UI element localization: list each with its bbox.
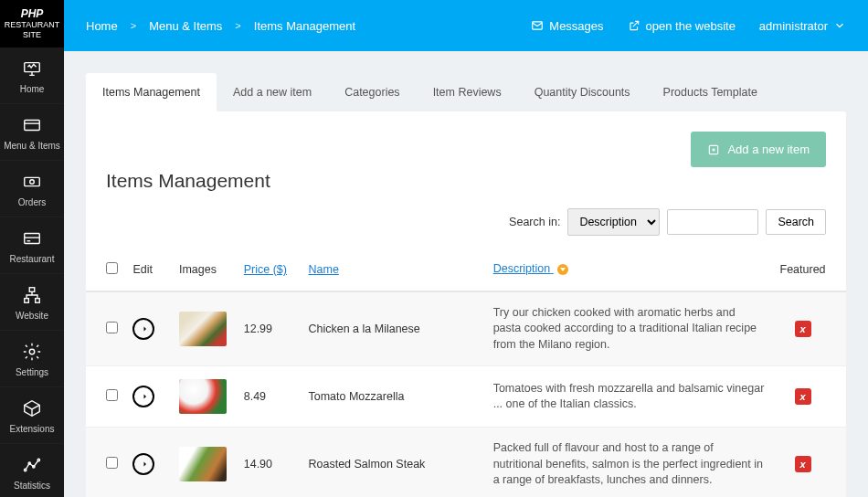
featured-no-icon[interactable]: x [795,321,811,337]
main: Home > Menu & Items > Items Management M… [64,0,868,497]
breadcrumb-items[interactable]: Items Management [254,19,355,33]
search-label: Search in: [509,216,560,228]
nav-orders[interactable]: Orders [0,161,64,217]
card-icon [22,115,42,135]
nav-website[interactable]: Website [0,274,64,331]
sort-down-icon [557,264,568,275]
tab-discounts[interactable]: Quantity Discounts [518,73,647,111]
cell-description: Try our chicken cooked with aromatic her… [486,291,772,366]
search-bar: Search in: Description Search [86,208,846,248]
chevron-right-icon: > [235,20,240,31]
open-site-link[interactable]: open the website [628,19,736,33]
nav-label: Settings [16,367,48,377]
cell-description: Packed full of flavour and host to a ran… [486,428,772,498]
cell-name: Chicken a la Milanese [301,291,485,366]
cube-icon [22,398,42,418]
open-site-label: open the website [646,19,736,33]
gear-icon [22,342,42,362]
row-checkbox[interactable] [106,457,118,469]
nav-label: Menu & Items [4,141,60,151]
sitemap-icon [22,285,42,305]
item-thumbnail[interactable] [179,447,227,481]
tab-reviews[interactable]: Item Reviews [417,73,518,111]
money-icon [22,172,42,192]
chevron-down-icon [833,19,846,32]
table-row: 14.90Roasted Salmon SteakPacked full of … [86,428,846,498]
nav-extensions[interactable]: Extensions [0,387,64,444]
svg-rect-10 [36,299,40,303]
monitor-icon [22,58,42,79]
mail-icon [531,19,544,32]
messages-label: Messages [549,19,603,33]
edit-button[interactable] [132,386,154,407]
brand-line2: RESTAURANT [4,20,60,30]
sidebar: PHP RESTAURANT SITE Home Menu & Items Or… [0,0,64,497]
search-field-select[interactable]: Description [567,208,660,236]
edit-button[interactable] [132,318,154,340]
content: Items Management Add a new item Categori… [64,51,868,497]
nav-label: Home [20,84,45,94]
select-all-checkbox[interactable] [106,262,118,274]
cell-name: Tomato Mozzarella [301,366,485,428]
svg-point-4 [30,180,35,185]
tab-template[interactable]: Products Template [647,73,774,111]
nav-menu-items[interactable]: Menu & Items [0,104,64,161]
nav-restaurant[interactable]: Restaurant [0,217,64,274]
search-button[interactable]: Search [766,209,826,235]
nav-label: Website [16,311,48,321]
tab-add-item[interactable]: Add a new item [217,73,328,111]
table-row: 8.49Tomato MozzarellaTomatoes with fresh… [86,366,846,428]
messages-link[interactable]: Messages [531,19,603,33]
col-edit: Edit [125,248,172,291]
breadcrumb-menu[interactable]: Menu & Items [149,19,222,33]
edit-button[interactable] [132,453,154,475]
svg-rect-5 [25,233,40,243]
plus-box-icon [707,143,720,156]
tab-items-management[interactable]: Items Management [86,73,217,111]
breadcrumb-home[interactable]: Home [86,19,118,33]
user-menu[interactable]: administrator [759,19,846,33]
col-images: Images [172,248,237,291]
top-actions: Messages open the website administrator [531,19,846,33]
brand-line3: SITE [4,30,60,40]
add-item-label: Add a new item [727,143,810,156]
user-label: administrator [759,19,828,33]
col-price[interactable]: Price ($) [237,248,302,291]
nav-label: Statistics [14,481,50,491]
nav-settings[interactable]: Settings [0,331,64,387]
add-item-button[interactable]: Add a new item [691,132,826,167]
cell-description: Tomatoes with fresh mozzarella and balsa… [486,366,772,428]
cell-price: 14.90 [237,428,302,498]
col-name[interactable]: Name [301,248,485,291]
col-description[interactable]: Description [486,248,772,291]
chart-icon [22,455,42,475]
items-table: Edit Images Price ($) Name Description F… [86,248,846,497]
nav-label: Restaurant [10,254,55,264]
tabs: Items Management Add a new item Categori… [86,73,846,111]
nav-label: Orders [18,197,47,207]
svg-point-11 [29,349,35,354]
item-thumbnail[interactable] [179,312,227,346]
page-title: Items Management [106,170,270,192]
cell-name: Roasted Salmon Steak [301,428,485,498]
item-thumbnail[interactable] [179,379,227,414]
brand-line1: PHP [4,7,60,20]
chevron-right-icon: > [131,20,136,31]
cell-price: 12.99 [237,291,302,366]
panel: Items Management Add a new item Search i… [86,111,846,497]
arrow-right-icon [138,459,149,470]
table-header-row: Edit Images Price ($) Name Description F… [86,248,846,291]
svg-rect-8 [29,288,35,292]
row-checkbox[interactable] [106,322,118,333]
brand-logo: PHP RESTAURANT SITE [0,0,64,48]
nav-home[interactable]: Home [0,48,64,104]
nav-statistics[interactable]: Statistics [0,444,64,497]
table-row: 12.99Chicken a la MilaneseTry our chicke… [86,291,846,366]
search-input[interactable] [667,209,758,235]
credit-card-icon [22,228,42,248]
featured-no-icon[interactable]: x [795,456,811,472]
row-checkbox[interactable] [106,389,118,401]
featured-no-icon[interactable]: x [795,388,811,405]
tab-categories[interactable]: Categories [328,73,416,111]
topbar: Home > Menu & Items > Items Management M… [64,0,868,51]
